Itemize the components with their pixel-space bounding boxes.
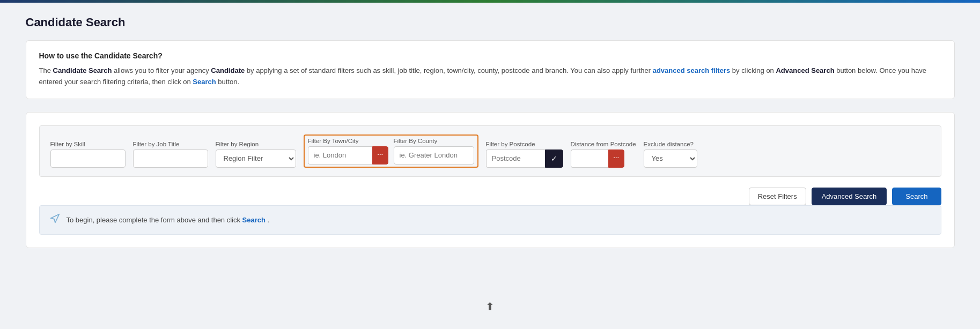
town-city-label: Filter By Town/City [308,138,388,144]
info-card-heading: How to use the Candidate Search? [39,51,941,60]
town-city-input-wrapper: ⋯ [308,146,388,164]
text-allows: allows you to filter your agency [114,66,211,74]
text-advanced-search-bold: Advanced Search [776,66,834,74]
postcode-input-wrapper: ✓ [486,149,563,168]
exclude-select[interactable]: Yes No [644,149,697,168]
info-card: How to use the Candidate Search? The Can… [26,40,955,99]
notice-text-search: Search [242,216,266,224]
text-button: button. [218,78,239,86]
distance-input-wrapper: 25 ⋯ [571,149,636,168]
text-advanced-link: advanced search filters [653,66,731,74]
skill-filter-group: Filter by Skill [50,141,126,168]
county-filter-group: Filter By County [394,138,474,164]
region-filter-group: Filter by Region Region Filter [216,141,296,168]
reset-filters-button[interactable]: Reset Filters [749,188,806,205]
region-label: Filter by Region [216,141,296,147]
filters-section: Filter by Skill Filter by Job Title Filt… [39,125,941,177]
text-search-link-inline: Search [193,78,216,86]
exclude-filter-group: Exclude distance? Yes No [644,141,697,168]
info-notice: To begin, please complete the form above… [39,205,941,235]
notice-text: To begin, please complete the form above… [67,216,270,224]
town-city-filter-group: Filter By Town/City ⋯ [308,138,388,164]
town-county-highlight-group: Filter By Town/City ⋯ Filter By County [304,134,478,168]
notice-text-suffix: . [268,216,270,224]
text-the: The [39,66,53,74]
postcode-filter-group: Filter by Postcode ✓ [486,141,563,168]
text-candidate-search-bold: Candidate Search [53,66,112,74]
svg-marker-0 [50,214,59,222]
distance-input[interactable]: 25 [571,149,608,168]
job-title-filter-group: Filter by Job Title [133,141,208,168]
postcode-check-button[interactable]: ✓ [545,149,563,168]
exclude-label: Exclude distance? [644,141,697,147]
county-label: Filter By County [394,138,474,144]
town-city-clear-btn[interactable]: ⋯ [372,146,388,164]
page-title: Candidate Search [26,16,955,29]
notice-icon [49,213,60,227]
postcode-label: Filter by Postcode [486,141,563,147]
search-card: Filter by Skill Filter by Job Title Filt… [26,112,955,248]
distance-filter-group: Distance from Postcode 25 ⋯ [571,141,636,168]
county-input[interactable] [394,146,474,164]
town-county-inner: Filter By Town/City ⋯ Filter By County [308,138,474,164]
text-by-applying: by applying a set of standard filters su… [247,66,653,74]
buttons-row: Reset Filters Advanced Search Search [39,188,941,205]
distance-clear-btn[interactable]: ⋯ [608,149,624,168]
skill-input[interactable] [50,149,126,168]
advanced-search-button[interactable]: Advanced Search [812,188,887,205]
info-card-text: The Candidate Search allows you to filte… [39,65,941,88]
distance-label: Distance from Postcode [571,141,636,147]
region-select[interactable]: Region Filter [216,149,296,168]
town-city-input[interactable] [308,146,372,164]
postcode-input[interactable] [486,149,545,168]
filters-row: Filter by Skill Filter by Job Title Filt… [50,134,930,168]
job-title-input[interactable] [133,149,208,168]
search-button[interactable]: Search [892,188,941,205]
job-title-label: Filter by Job Title [133,141,208,147]
text-candidate-bold: Candidate [211,66,245,74]
text-by-clicking: by clicking on [732,66,776,74]
notice-text-prefix: To begin, please complete the form above… [67,216,242,224]
skill-label: Filter by Skill [50,141,126,147]
